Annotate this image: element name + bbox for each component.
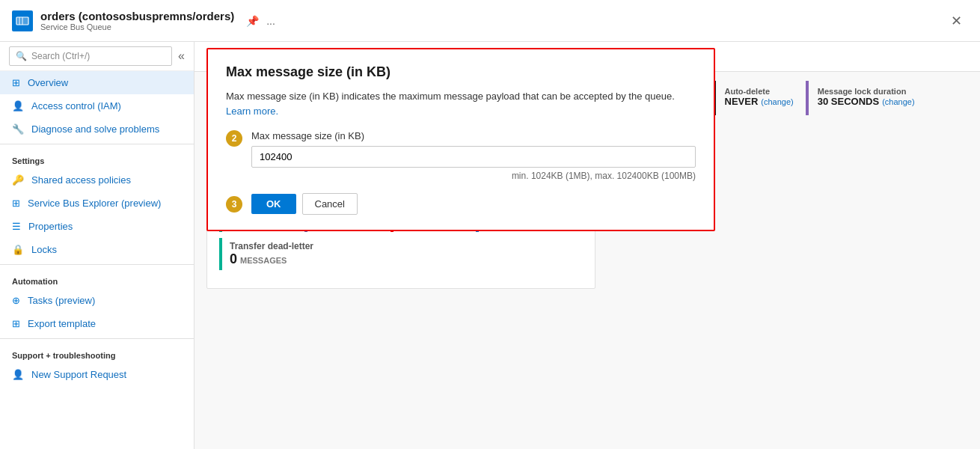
pin-icon[interactable]: 📌: [246, 15, 259, 27]
search-icon: 🔍: [16, 51, 27, 61]
sidebar-item-shared-access[interactable]: 🔑 Shared access policies: [0, 168, 194, 192]
sidebar-item-tasks[interactable]: ⊕ Tasks (preview): [0, 289, 194, 312]
locks-icon: 🔒: [12, 244, 24, 255]
modal-hint: min. 1024KB (1MB), max. 102400KB (100MB): [251, 171, 696, 181]
modal-max-message-size: Max message size (in KB) Max message siz…: [206, 48, 715, 231]
service-bus-explorer-icon: ⊞: [12, 198, 20, 209]
transfer-dead-unit: MESSAGES: [240, 256, 287, 265]
msg-lock-change[interactable]: (change): [882, 97, 914, 106]
sidebar-item-properties[interactable]: ☰ Properties: [0, 215, 194, 238]
page-subtitle: Service Bus Queue: [40, 22, 234, 31]
sidebar-item-new-support[interactable]: 👤 New Support Request: [0, 363, 194, 386]
sidebar-item-label-new-support: New Support Request: [31, 369, 126, 380]
sidebar-item-label-access: Access control (IAM): [31, 100, 121, 112]
msg-counts-grid-row2: Transfer dead-letter 0 MESSAGES: [219, 238, 583, 270]
max-message-size-input[interactable]: [251, 146, 696, 168]
main-layout: 🔍 Search (Ctrl+/) « ⊞ Overview 👤 Access …: [0, 42, 980, 449]
diagnose-icon: 🔧: [12, 123, 24, 135]
auto-delete-change[interactable]: (change): [761, 97, 793, 106]
app-icon: [12, 10, 33, 31]
sidebar: 🔍 Search (Ctrl+/) « ⊞ Overview 👤 Access …: [0, 42, 195, 449]
shared-access-icon: 🔑: [12, 174, 24, 186]
sidebar-item-label-diagnose: Diagnose and solve problems: [31, 123, 159, 135]
sidebar-item-label-shared-access: Shared access policies: [31, 174, 131, 186]
sidebar-item-diagnose[interactable]: 🔧 Diagnose and solve problems: [0, 117, 194, 141]
stat-auto-delete: Auto-delete NEVER (change): [713, 81, 806, 115]
msg-lock-label: Message lock duration: [818, 87, 915, 96]
auto-delete-label: Auto-delete: [725, 87, 794, 96]
properties-icon: ☰: [12, 221, 21, 232]
cancel-button[interactable]: Cancel: [302, 193, 358, 215]
msg-lock-value: 30 SECONDS: [818, 96, 879, 107]
auto-delete-value: NEVER: [725, 96, 759, 107]
divider-automation: [0, 264, 194, 265]
divider-support: [0, 338, 194, 339]
stat-msg-lock: Message lock duration 30 SECONDS (change…: [806, 81, 927, 115]
step-badge-3: 3: [226, 196, 242, 213]
sidebar-item-overview[interactable]: ⊞ Overview: [0, 71, 194, 94]
modal-field-row: 2 Max message size (in KB) min. 1024KB (…: [226, 130, 696, 193]
sidebar-item-label-export: Export template: [28, 318, 96, 329]
sidebar-item-export[interactable]: ⊞ Export template: [0, 312, 194, 335]
sidebar-item-locks[interactable]: 🔒 Locks: [0, 238, 194, 261]
ok-button[interactable]: OK: [251, 194, 296, 214]
sidebar-item-access-control[interactable]: 👤 Access control (IAM): [0, 94, 194, 117]
sidebar-item-service-bus-explorer[interactable]: ⊞ Service Bus Explorer (preview): [0, 192, 194, 215]
export-icon: ⊞: [12, 318, 20, 329]
overview-icon: ⊞: [12, 77, 20, 88]
app-header: orders (contososbuspremns/orders) Servic…: [0, 0, 980, 42]
modal-field-container: Max message size (in KB) min. 1024KB (1M…: [251, 130, 696, 193]
section-settings: Settings: [0, 147, 194, 168]
collapse-icon[interactable]: «: [178, 49, 185, 63]
tasks-icon: ⊕: [12, 295, 20, 306]
modal-actions-row: 3 OK Cancel: [226, 193, 696, 215]
modal-title: Max message size (in KB): [226, 64, 696, 80]
header-titles: orders (contososbuspremns/orders) Servic…: [40, 10, 234, 31]
content-area: 🗑 Delete ↻ Refresh Max message size (in …: [195, 42, 980, 449]
new-support-icon: 👤: [12, 369, 24, 380]
transfer-dead-label: Transfer dead-letter: [230, 241, 313, 251]
step-badge-2: 2: [226, 130, 242, 147]
sidebar-item-label-sbe: Service Bus Explorer (preview): [28, 198, 161, 209]
sidebar-item-label-properties: Properties: [28, 221, 73, 232]
divider-settings: [0, 144, 194, 144]
sidebar-item-label-overview: Overview: [28, 77, 68, 88]
more-icon[interactable]: ...: [266, 15, 275, 27]
page-title: orders (contososbuspremns/orders): [40, 10, 234, 22]
modal-field-label: Max message size (in KB): [251, 130, 696, 141]
section-automation: Automation: [0, 268, 194, 289]
section-support: Support + troubleshooting: [0, 342, 194, 363]
search-box[interactable]: 🔍 Search (Ctrl+/): [9, 46, 172, 66]
modal-actions: OK Cancel: [251, 193, 358, 215]
msg-count-transfer-dead: Transfer dead-letter 0 MESSAGES: [219, 238, 331, 270]
header-left: orders (contososbuspremns/orders) Servic…: [12, 10, 275, 31]
transfer-dead-value: 0: [230, 251, 237, 267]
close-button[interactable]: ✕: [945, 10, 968, 32]
search-placeholder: Search (Ctrl+/): [31, 51, 90, 61]
search-row: 🔍 Search (Ctrl+/) «: [0, 42, 194, 71]
modal-description: Max message size (in KB) indicates the m…: [226, 89, 696, 118]
learn-more-link[interactable]: Learn more.: [226, 106, 278, 117]
access-control-icon: 👤: [12, 100, 24, 112]
sidebar-item-label-locks: Locks: [31, 244, 57, 255]
sidebar-item-label-tasks: Tasks (preview): [28, 295, 95, 306]
